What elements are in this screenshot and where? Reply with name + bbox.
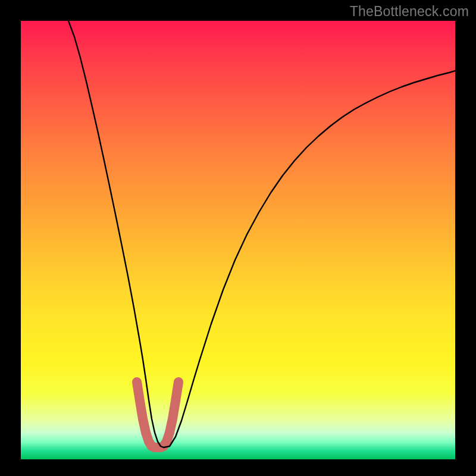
- watermark-text: TheBottleneck.com: [350, 4, 469, 20]
- chart-frame: TheBottleneck.com: [0, 0, 476, 476]
- main-curve: [68, 21, 455, 447]
- highlight-segment: [137, 382, 178, 447]
- plot-area: [21, 21, 455, 459]
- curve-canvas: [21, 21, 455, 459]
